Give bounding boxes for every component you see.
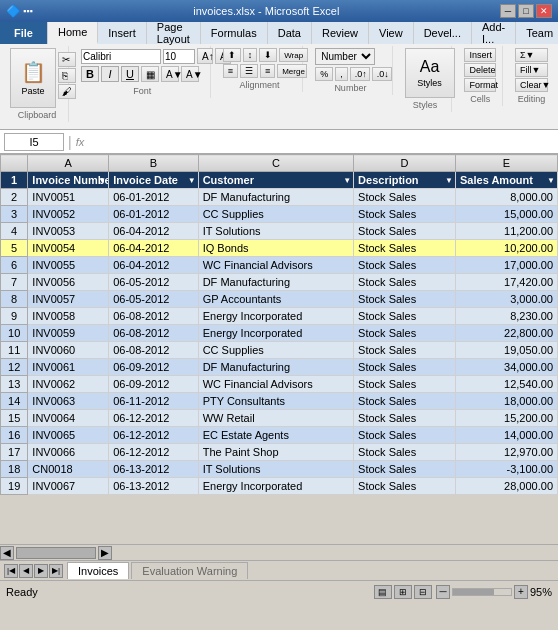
cell-description[interactable]: Stock Sales xyxy=(354,342,456,359)
first-sheet-button[interactable]: |◀ xyxy=(4,564,18,578)
font-name-input[interactable] xyxy=(81,49,161,64)
cell-date[interactable]: 06-09-2012 xyxy=(109,359,199,376)
zoom-out-button[interactable]: ─ xyxy=(436,585,450,599)
number-format-select[interactable]: Number General Currency xyxy=(315,48,375,65)
align-top-button[interactable]: ⬆ xyxy=(223,48,241,62)
autosum-button[interactable]: Σ▼ xyxy=(515,48,548,62)
styles-button[interactable]: Aa Styles xyxy=(405,48,455,98)
cell-invoice[interactable]: INV0067 xyxy=(28,478,109,495)
cell-invoice[interactable]: INV0065 xyxy=(28,427,109,444)
clear-button[interactable]: Clear▼ xyxy=(515,78,548,92)
cell-amount[interactable]: 8,000.00 xyxy=(456,189,558,206)
last-sheet-button[interactable]: ▶| xyxy=(49,564,63,578)
table-row[interactable]: 4 INV0053 06-04-2012 IT Solutions Stock … xyxy=(1,223,558,240)
filter-arrow-d[interactable]: ▼ xyxy=(445,176,453,185)
table-row[interactable]: 2 INV0051 06-01-2012 DF Manufacturing St… xyxy=(1,189,558,206)
cell-description[interactable]: Stock Sales xyxy=(354,240,456,257)
cell-description[interactable]: Stock Sales xyxy=(354,274,456,291)
cell-customer[interactable]: DF Manufacturing xyxy=(198,359,353,376)
cell-date[interactable]: 06-05-2012 xyxy=(109,291,199,308)
cell-customer[interactable]: CC Supplies xyxy=(198,342,353,359)
cell-amount[interactable]: 12,540.00 xyxy=(456,376,558,393)
font-size-input[interactable] xyxy=(163,49,195,64)
col-header-d[interactable]: D xyxy=(354,155,456,172)
tab-formulas[interactable]: Formulas xyxy=(201,22,268,44)
cell-amount[interactable]: 12,970.00 xyxy=(456,444,558,461)
table-row[interactable]: 7 INV0056 06-05-2012 DF Manufacturing St… xyxy=(1,274,558,291)
table-row[interactable]: 11 INV0060 06-08-2012 CC Supplies Stock … xyxy=(1,342,558,359)
increase-decimal-button[interactable]: .0↑ xyxy=(350,67,370,81)
sheet-tab-warning[interactable]: Evaluation Warning xyxy=(131,562,248,579)
tab-home[interactable]: Home xyxy=(48,22,98,44)
cell-invoice[interactable]: INV0056 xyxy=(28,274,109,291)
cell-amount[interactable]: 15,200.00 xyxy=(456,410,558,427)
cell-invoice[interactable]: INV0058 xyxy=(28,308,109,325)
fill-button[interactable]: Fill▼ xyxy=(515,63,548,77)
cell-amount[interactable]: 8,230.00 xyxy=(456,308,558,325)
tab-data[interactable]: Data xyxy=(268,22,312,44)
cell-description[interactable]: Stock Sales xyxy=(354,444,456,461)
insert-cells-button[interactable]: Insert xyxy=(464,48,496,62)
cell-date[interactable]: 06-08-2012 xyxy=(109,308,199,325)
format-painter-button[interactable]: 🖌 xyxy=(58,84,76,99)
cell-customer[interactable]: DF Manufacturing xyxy=(198,189,353,206)
cell-customer[interactable]: IT Solutions xyxy=(198,461,353,478)
bold-button[interactable]: B xyxy=(81,66,99,82)
cell-description[interactable]: Stock Sales xyxy=(354,257,456,274)
horizontal-scrollbar[interactable]: ◀ ▶ xyxy=(0,544,558,560)
cell-description[interactable]: Stock Sales xyxy=(354,359,456,376)
prev-sheet-button[interactable]: ◀ xyxy=(19,564,33,578)
cell-date[interactable]: 06-13-2012 xyxy=(109,461,199,478)
cell-description[interactable]: Stock Sales xyxy=(354,223,456,240)
cell-date[interactable]: 06-09-2012 xyxy=(109,376,199,393)
tab-file[interactable]: File xyxy=(0,22,48,44)
table-row[interactable]: 17 INV0066 06-12-2012 The Paint Shop Sto… xyxy=(1,444,558,461)
window-controls[interactable]: ─ □ ✕ xyxy=(500,4,552,18)
cell-customer[interactable]: WC Financial Advisors xyxy=(198,257,353,274)
tab-developer[interactable]: Devel... xyxy=(414,22,472,44)
align-middle-button[interactable]: ↕ xyxy=(243,48,258,62)
cell-customer[interactable]: Energy Incorporated xyxy=(198,308,353,325)
name-box[interactable]: I5 xyxy=(4,133,64,151)
cut-button[interactable]: ✂ xyxy=(58,52,76,67)
cell-amount[interactable]: 3,000.00 xyxy=(456,291,558,308)
cell-invoice[interactable]: INV0052 xyxy=(28,206,109,223)
table-row[interactable]: 16 INV0065 06-12-2012 EC Estate Agents S… xyxy=(1,427,558,444)
scroll-left-button[interactable]: ◀ xyxy=(0,546,14,560)
table-row[interactable]: 19 INV0067 06-13-2012 Energy Incorporate… xyxy=(1,478,558,495)
paste-button[interactable]: 📋 Paste xyxy=(10,48,56,108)
cell-customer[interactable]: Energy Incorporated xyxy=(198,478,353,495)
cell-customer[interactable]: CC Supplies xyxy=(198,206,353,223)
cell-description[interactable]: Stock Sales xyxy=(354,308,456,325)
cell-invoice[interactable]: CN0018 xyxy=(28,461,109,478)
align-center-button[interactable]: ☰ xyxy=(240,64,258,78)
table-row[interactable]: 8 INV0057 06-05-2012 GP Accountants Stoc… xyxy=(1,291,558,308)
merge-button[interactable]: Merge xyxy=(277,64,307,78)
font-color-button[interactable]: A▼ xyxy=(181,66,199,82)
filter-arrow-a[interactable]: ▼ xyxy=(98,176,106,185)
cell-description[interactable]: Stock Sales xyxy=(354,410,456,427)
cell-date[interactable]: 06-13-2012 xyxy=(109,478,199,495)
cell-description[interactable]: Stock Sales xyxy=(354,427,456,444)
col-header-c[interactable]: C xyxy=(198,155,353,172)
table-row[interactable]: 12 INV0061 06-09-2012 DF Manufacturing S… xyxy=(1,359,558,376)
cell-amount[interactable]: 11,200.00 xyxy=(456,223,558,240)
cell-customer[interactable]: WW Retail xyxy=(198,410,353,427)
sheet-tab-invoices[interactable]: Invoices xyxy=(67,562,129,579)
cell-description[interactable]: Stock Sales xyxy=(354,206,456,223)
cell-amount[interactable]: 22,800.00 xyxy=(456,325,558,342)
table-row[interactable]: 10 INV0059 06-08-2012 Energy Incorporate… xyxy=(1,325,558,342)
align-bottom-button[interactable]: ⬇ xyxy=(259,48,277,62)
cell-amount[interactable]: 17,420.00 xyxy=(456,274,558,291)
cell-description[interactable]: Stock Sales xyxy=(354,461,456,478)
cell-invoice[interactable]: INV0054 xyxy=(28,240,109,257)
align-left-button[interactable]: ≡ xyxy=(223,64,238,78)
table-row[interactable]: 18 CN0018 06-13-2012 IT Solutions Stock … xyxy=(1,461,558,478)
cell-description[interactable]: Stock Sales xyxy=(354,325,456,342)
next-sheet-button[interactable]: ▶ xyxy=(34,564,48,578)
cell-customer[interactable]: WC Financial Advisors xyxy=(198,376,353,393)
fill-color-button[interactable]: A▼ xyxy=(161,66,179,82)
cell-date[interactable]: 06-12-2012 xyxy=(109,410,199,427)
tab-addins[interactable]: Add-I... xyxy=(472,22,516,44)
cell-date[interactable]: 06-04-2012 xyxy=(109,257,199,274)
